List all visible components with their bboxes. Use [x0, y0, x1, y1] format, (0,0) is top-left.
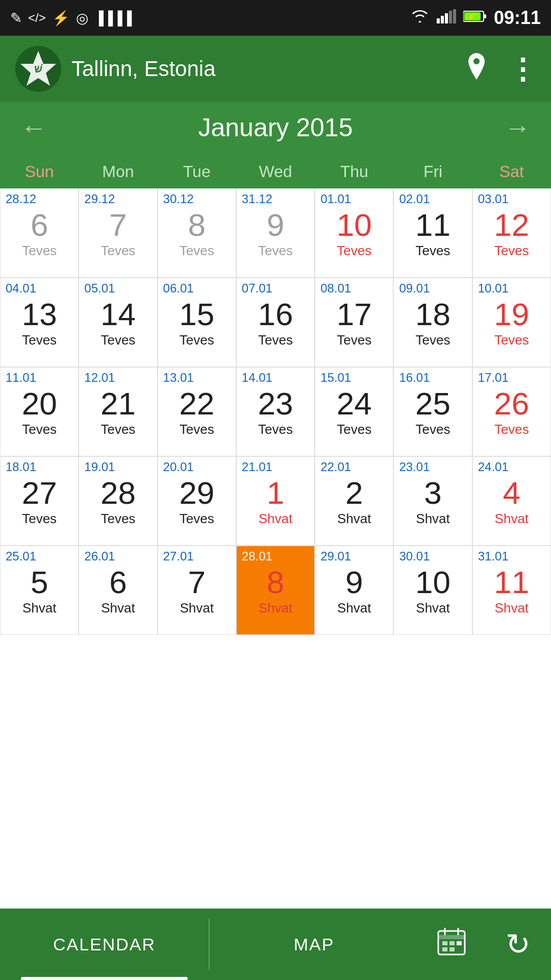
day-cell[interactable]: 27.017Shvat: [158, 546, 236, 635]
day-cell[interactable]: 13.0122Teves: [158, 367, 236, 456]
refresh-icon-tab[interactable]: ↻: [485, 909, 551, 980]
day-cell[interactable]: 20.0129Teves: [158, 456, 236, 546]
day-number: 3: [424, 477, 441, 509]
day-cell[interactable]: 07.0116Teves: [236, 278, 315, 367]
calendar-tab[interactable]: CALENDAR: [0, 909, 209, 980]
gregorian-date: 03.01: [475, 192, 509, 206]
gregorian-date: 19.01: [81, 460, 115, 474]
clock-icon: ◎: [76, 10, 88, 27]
day-cell[interactable]: 18.0127Teves: [0, 456, 79, 546]
hebrew-label: Teves: [22, 332, 57, 348]
gregorian-date: 22.01: [317, 460, 351, 474]
hebrew-label: Teves: [337, 332, 371, 348]
prev-month-button[interactable]: ←: [20, 112, 47, 143]
more-menu-icon[interactable]: ⋮: [508, 53, 536, 86]
weekday-mon: Mon: [79, 153, 157, 188]
gregorian-date: 21.01: [239, 460, 272, 474]
hebrew-label: Teves: [101, 332, 135, 348]
day-cell[interactable]: 02.0111Teves: [393, 188, 472, 278]
day-cell[interactable]: 30.128Teves: [158, 188, 236, 278]
gregorian-date: 29.01: [317, 549, 351, 564]
wifi-icon: [410, 9, 430, 27]
gregorian-date: 14.01: [239, 371, 272, 385]
hebrew-label: Shvat: [22, 600, 57, 616]
gregorian-date: 01.01: [317, 192, 351, 206]
day-number: 5: [31, 567, 48, 598]
calendar-nav: ← January 2015 →: [0, 102, 551, 153]
day-number: 11: [494, 567, 529, 598]
gregorian-date: 23.01: [396, 460, 430, 474]
day-cell[interactable]: 26.016Shvat: [79, 546, 157, 635]
day-cell[interactable]: 28.018Shvat: [236, 546, 315, 635]
day-cell[interactable]: 22.012Shvat: [315, 456, 393, 546]
day-cell[interactable]: 29.019Shvat: [315, 546, 393, 635]
header-left: שׁ Tallinn, Estonia: [15, 46, 216, 92]
location-icon[interactable]: [465, 53, 488, 85]
map-tab[interactable]: MAP: [210, 909, 418, 980]
day-number: 27: [22, 477, 57, 509]
gregorian-date: 24.01: [475, 460, 509, 474]
gregorian-date: 11.01: [3, 371, 36, 385]
day-cell[interactable]: 21.011Shvat: [236, 456, 315, 546]
gregorian-date: 20.01: [160, 460, 194, 474]
day-cell[interactable]: 09.0118Teves: [393, 278, 472, 367]
day-number: 16: [258, 299, 293, 330]
header-right: ⋮: [465, 53, 536, 86]
day-cell[interactable]: 29.127Teves: [79, 188, 157, 278]
day-cell[interactable]: 05.0114Teves: [79, 278, 157, 367]
day-number: 12: [494, 209, 529, 241]
day-number: 10: [337, 209, 372, 241]
day-cell[interactable]: 17.0126Teves: [472, 367, 551, 456]
day-cell[interactable]: 08.0117Teves: [315, 278, 393, 367]
day-cell[interactable]: 31.0111Shvat: [472, 546, 551, 635]
gregorian-date: 30.12: [160, 192, 194, 206]
day-number: 26: [494, 388, 529, 420]
day-cell[interactable]: 23.013Shvat: [393, 456, 472, 546]
day-number: 8: [267, 567, 284, 598]
day-number: 13: [22, 299, 57, 330]
day-cell[interactable]: 31.129Teves: [236, 188, 315, 278]
day-cell[interactable]: 28.126Teves: [0, 188, 79, 278]
hebrew-label: Shvat: [337, 600, 371, 616]
hebrew-label: Shvat: [180, 600, 214, 616]
app-logo: שׁ: [15, 46, 61, 92]
day-cell[interactable]: 01.0110Teves: [315, 188, 393, 278]
gregorian-date: 04.01: [3, 281, 36, 296]
day-cell[interactable]: 19.0128Teves: [79, 456, 157, 546]
day-cell[interactable]: 12.0121Teves: [79, 367, 157, 456]
gregorian-date: 13.01: [160, 371, 194, 385]
gregorian-date: 16.01: [396, 371, 430, 385]
day-cell[interactable]: 14.0123Teves: [236, 367, 315, 456]
day-cell[interactable]: 10.0119Teves: [472, 278, 551, 367]
day-cell[interactable]: 11.0120Teves: [0, 367, 79, 456]
day-cell[interactable]: 30.0110Shvat: [393, 546, 472, 635]
day-cell[interactable]: 06.0115Teves: [158, 278, 236, 367]
day-cell[interactable]: 16.0125Teves: [393, 367, 472, 456]
calendar-grid: 28.126Teves29.127Teves30.128Teves31.129T…: [0, 188, 551, 635]
hebrew-label: Shvat: [495, 511, 529, 527]
day-cell[interactable]: 04.0113Teves: [0, 278, 79, 367]
hebrew-label: Teves: [180, 243, 214, 259]
day-number: 25: [415, 388, 450, 420]
hebrew-label: Teves: [494, 422, 529, 437]
day-cell[interactable]: 03.0112Teves: [472, 188, 551, 278]
gregorian-date: 12.01: [81, 371, 115, 385]
hebrew-label: Teves: [180, 332, 214, 348]
day-cell[interactable]: 25.015Shvat: [0, 546, 79, 635]
gregorian-date: 27.01: [160, 549, 194, 564]
day-number: 6: [109, 567, 127, 598]
svg-rect-3: [449, 11, 452, 23]
calendar-icon-tab[interactable]: [418, 909, 485, 980]
day-number: 28: [101, 477, 136, 509]
calendar-tab-label: CALENDAR: [53, 935, 156, 954]
day-cell[interactable]: 15.0124Teves: [315, 367, 393, 456]
hebrew-label: Teves: [22, 422, 57, 437]
code-icon: </>: [28, 11, 46, 25]
day-number: 10: [415, 567, 450, 598]
day-cell[interactable]: 24.014Shvat: [472, 456, 551, 546]
day-number: 22: [179, 388, 214, 420]
hebrew-label: Teves: [180, 511, 214, 527]
svg-text:שׁ: שׁ: [34, 62, 43, 75]
next-month-button[interactable]: →: [504, 112, 531, 143]
hebrew-label: Teves: [101, 243, 135, 259]
